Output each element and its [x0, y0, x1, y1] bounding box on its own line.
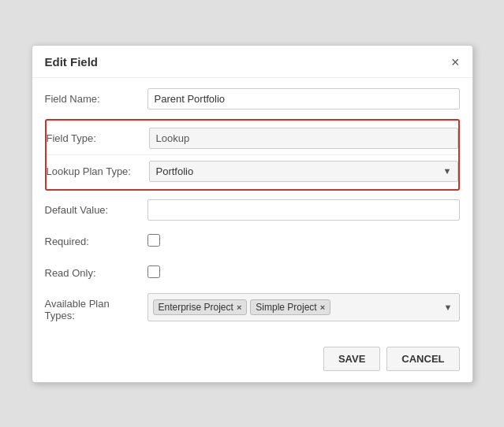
- close-button[interactable]: ×: [451, 55, 460, 69]
- tag-enterprise-project-remove[interactable]: ×: [237, 303, 241, 312]
- save-button[interactable]: SAVE: [323, 347, 380, 371]
- plan-types-dropdown-arrow: ▼: [444, 303, 453, 312]
- edit-field-dialog: Edit Field × Field Name: Field Type: Loo…: [32, 45, 473, 383]
- field-type-row: Field Type:: [47, 125, 458, 151]
- available-plan-types-row: Available Plan Types: Enterprise Project…: [45, 293, 460, 321]
- tag-simple-project: Simple Project ×: [250, 299, 330, 315]
- lookup-plan-type-select[interactable]: Portfolio: [149, 161, 458, 182]
- required-label: Required:: [45, 236, 147, 247]
- available-plan-types-control: Enterprise Project × Simple Project × ▼: [147, 293, 460, 321]
- field-name-label: Field Name:: [45, 93, 147, 105]
- field-type-control: [149, 128, 458, 149]
- highlighted-section: Field Type: Lookup Plan Type: Portfolio …: [45, 119, 460, 191]
- default-value-row: Default Value:: [45, 199, 460, 222]
- default-value-label: Default Value:: [45, 204, 147, 216]
- field-type-input: [149, 128, 458, 149]
- dialog-title: Edit Field: [45, 55, 99, 69]
- required-control: [147, 234, 460, 249]
- field-type-label: Field Type:: [47, 132, 149, 144]
- tag-simple-project-remove[interactable]: ×: [320, 303, 325, 312]
- read-only-control: [147, 265, 460, 280]
- required-checkbox[interactable]: [147, 234, 160, 247]
- tag-enterprise-project-label: Enterprise Project: [159, 302, 233, 313]
- required-row: Required:: [45, 230, 460, 254]
- read-only-checkbox[interactable]: [147, 265, 160, 278]
- default-value-control: [147, 199, 460, 221]
- field-name-row: Field Name:: [45, 87, 460, 111]
- lookup-plan-type-label: Lookup Plan Type:: [47, 165, 149, 177]
- dialog-footer: SAVE CANCEL: [32, 339, 472, 382]
- read-only-row: Read Only:: [45, 262, 460, 285]
- lookup-plan-type-control: Portfolio ▼: [149, 161, 458, 182]
- cancel-button[interactable]: CANCEL: [386, 347, 459, 371]
- lookup-plan-type-row: Lookup Plan Type: Portfolio ▼: [47, 158, 458, 184]
- field-name-input[interactable]: [147, 88, 460, 110]
- tag-simple-project-label: Simple Project: [256, 302, 316, 313]
- plan-types-tags-container[interactable]: Enterprise Project × Simple Project × ▼: [147, 293, 460, 321]
- default-value-input[interactable]: [147, 199, 460, 221]
- dialog-header: Edit Field ×: [32, 46, 472, 78]
- read-only-label: Read Only:: [45, 267, 147, 279]
- available-plan-types-label: Available Plan Types:: [45, 293, 147, 321]
- field-name-control: [147, 88, 460, 110]
- dialog-body: Field Name: Field Type: Lookup Plan Type…: [32, 78, 472, 339]
- tag-enterprise-project: Enterprise Project ×: [153, 299, 248, 315]
